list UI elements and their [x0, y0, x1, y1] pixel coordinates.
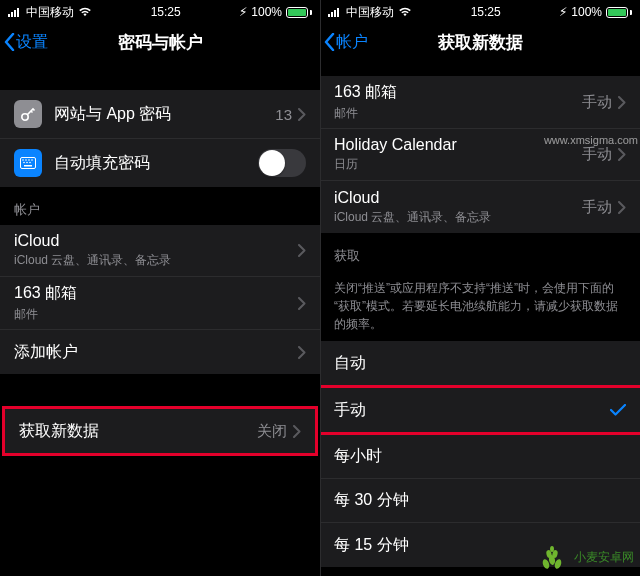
charging-icon: ⚡︎	[239, 5, 247, 19]
svg-point-0	[22, 114, 28, 120]
row-title: 自动	[334, 353, 626, 374]
battery-icon	[286, 7, 312, 18]
row-account-icloud[interactable]: iCloud iCloud 云盘、通讯录、备忘录	[0, 225, 320, 277]
row-autofill[interactable]: 自动填充密码	[0, 139, 320, 187]
chevron-right-icon	[298, 244, 306, 257]
autofill-switch[interactable]	[258, 149, 306, 177]
section-footer-fetch: 关闭“推送”或应用程序不支持“推送”时，会使用下面的“获取”模式。若要延长电池续…	[320, 271, 640, 341]
nav-bar: 帐户 获取新数据	[320, 22, 640, 62]
svg-point-5	[28, 159, 30, 161]
svg-point-4	[25, 159, 27, 161]
battery-pct: 100%	[571, 5, 602, 19]
chevron-right-icon	[293, 425, 301, 438]
row-website-passwords[interactable]: 网站与 App 密码 13	[0, 90, 320, 139]
svg-rect-2	[24, 165, 32, 167]
svg-point-8	[26, 162, 28, 164]
status-bar: 中国移动 15:25 ⚡︎ 100%	[320, 0, 640, 22]
row-subtitle: 邮件	[14, 306, 298, 323]
signal-bars-icon	[328, 7, 342, 17]
chevron-right-icon	[298, 297, 306, 310]
svg-point-6	[31, 159, 33, 161]
highlighted-manual-row: 手动	[320, 385, 640, 435]
wifi-icon	[398, 7, 412, 17]
status-time: 15:25	[471, 5, 501, 19]
row-title: iCloud	[14, 232, 298, 250]
back-label: 帐户	[336, 32, 368, 53]
row-title: 获取新数据	[19, 421, 257, 442]
row-subtitle: 日历	[334, 156, 582, 173]
row-account-163[interactable]: 163 邮箱 邮件	[0, 277, 320, 330]
row-fetch-account-holiday[interactable]: Holiday Calendar 日历 手动	[320, 129, 640, 181]
row-fetch-new-data[interactable]: 获取新数据 关闭	[5, 409, 315, 453]
row-title: iCloud	[334, 189, 582, 207]
row-fetch-account-icloud[interactable]: iCloud iCloud 云盘、通讯录、备忘录 手动	[320, 181, 640, 233]
row-option-auto[interactable]: 自动	[320, 341, 640, 385]
row-subtitle: iCloud 云盘、通讯录、备忘录	[14, 252, 298, 269]
charging-icon: ⚡︎	[559, 5, 567, 19]
row-detail: 手动	[582, 145, 612, 164]
chevron-right-icon	[618, 148, 626, 161]
back-button[interactable]: 帐户	[320, 32, 368, 53]
nav-bar: 设置 密码与帐户	[0, 22, 320, 62]
row-subtitle: 邮件	[334, 105, 582, 122]
row-title: 每小时	[334, 446, 626, 467]
back-label: 设置	[16, 32, 48, 53]
status-bar: 中国移动 15:25 ⚡︎ 100%	[0, 0, 320, 22]
row-add-account[interactable]: 添加帐户	[0, 330, 320, 374]
chevron-left-icon	[4, 33, 16, 51]
keyboard-icon	[14, 149, 42, 177]
checkmark-icon	[610, 404, 626, 416]
section-header-fetch: 获取	[320, 233, 640, 271]
row-detail: 13	[275, 106, 292, 123]
signal-bars-icon	[8, 7, 22, 17]
svg-point-7	[23, 162, 25, 164]
row-option-manual[interactable]: 手动	[320, 388, 640, 432]
carrier-label: 中国移动	[346, 4, 394, 21]
row-title: 163 邮箱	[14, 283, 298, 304]
row-title: 网站与 App 密码	[54, 104, 275, 125]
row-detail: 手动	[582, 93, 612, 112]
section-header-accounts: 帐户	[0, 187, 320, 225]
status-time: 15:25	[151, 5, 181, 19]
key-icon	[14, 100, 42, 128]
svg-point-3	[22, 159, 24, 161]
carrier-label: 中国移动	[26, 4, 74, 21]
nav-title: 密码与帐户	[0, 31, 320, 54]
chevron-right-icon	[618, 96, 626, 109]
row-title: Holiday Calendar	[334, 136, 582, 154]
row-title: 每 15 分钟	[334, 535, 626, 556]
chevron-left-icon	[324, 33, 336, 51]
row-title: 添加帐户	[14, 342, 298, 363]
phone-right-fetch: 中国移动 15:25 ⚡︎ 100% 帐户 获取新数据 163 邮箱 邮件	[320, 0, 640, 576]
row-fetch-account-163[interactable]: 163 邮箱 邮件 手动	[320, 76, 640, 129]
svg-rect-1	[21, 158, 36, 169]
row-option-hourly[interactable]: 每小时	[320, 435, 640, 479]
chevron-right-icon	[618, 201, 626, 214]
battery-icon	[606, 7, 632, 18]
row-title: 自动填充密码	[54, 153, 258, 174]
row-title: 每 30 分钟	[334, 490, 626, 511]
wifi-icon	[78, 7, 92, 17]
row-subtitle: iCloud 云盘、通讯录、备忘录	[334, 209, 582, 226]
nav-title: 获取新数据	[320, 31, 640, 54]
svg-point-9	[29, 162, 31, 164]
back-button[interactable]: 设置	[0, 32, 48, 53]
row-option-15min[interactable]: 每 15 分钟	[320, 523, 640, 567]
row-title: 手动	[334, 400, 610, 421]
chevron-right-icon	[298, 346, 306, 359]
row-option-30min[interactable]: 每 30 分钟	[320, 479, 640, 523]
chevron-right-icon	[298, 108, 306, 121]
row-detail: 手动	[582, 198, 612, 217]
phone-left-passwords: 中国移动 15:25 ⚡︎ 100% 设置 密码与帐户 网站与 App 密码 1…	[0, 0, 320, 576]
row-title: 163 邮箱	[334, 82, 582, 103]
row-detail: 关闭	[257, 422, 287, 441]
battery-pct: 100%	[251, 5, 282, 19]
highlighted-fetch-row: 获取新数据 关闭	[2, 406, 318, 456]
